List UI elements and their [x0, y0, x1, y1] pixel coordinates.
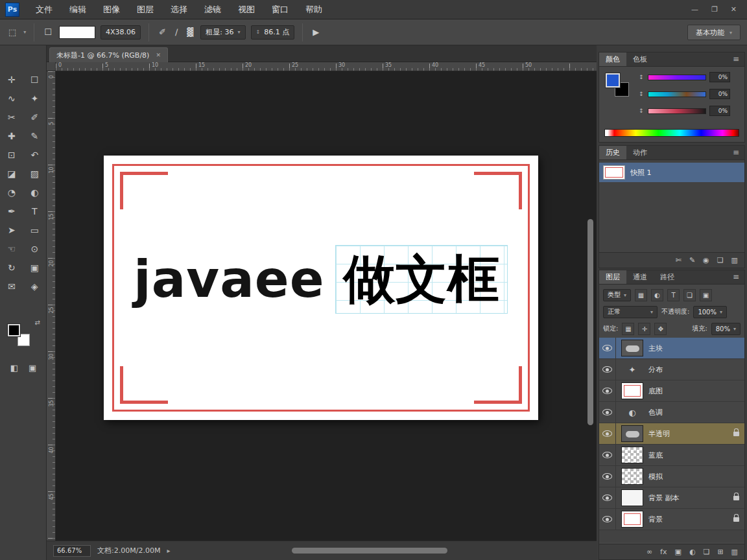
- color-slider-track[interactable]: [648, 91, 706, 97]
- menu-file[interactable]: 文件: [27, 0, 61, 19]
- tab-paths[interactable]: 路径: [654, 270, 681, 284]
- horizontal-ruler[interactable]: 0 5 10 15 20 25 30 35 40 45 50: [56, 62, 597, 71]
- tab-layers[interactable]: 图层: [599, 270, 626, 284]
- size-field[interactable]: 4X38.06: [101, 25, 141, 40]
- tab-channels[interactable]: 通道: [626, 270, 654, 284]
- opacity-field[interactable]: 100% ▾: [693, 306, 727, 318]
- minimize-icon[interactable]: —: [691, 5, 698, 14]
- visibility-cell[interactable]: [599, 509, 616, 530]
- visibility-cell[interactable]: [599, 402, 616, 423]
- horizontal-scrollbar-thumb[interactable]: [292, 548, 447, 554]
- tool-preset-preview[interactable]: [59, 26, 95, 39]
- gradient-tool[interactable]: ▨: [23, 164, 47, 183]
- close-icon[interactable]: ✕: [731, 5, 737, 14]
- layer-thumbnail[interactable]: [621, 425, 643, 442]
- layer-thumbnail[interactable]: [621, 468, 643, 485]
- layer-thumbnail[interactable]: [621, 489, 643, 506]
- history-footer-icon[interactable]: ✄: [676, 256, 682, 264]
- menu-help[interactable]: 帮助: [297, 0, 331, 19]
- canvas-area[interactable]: 未标题-1 @ 66.7% (RGB/8) ✕ 0 5 10 15 20 25 …: [47, 45, 597, 560]
- menu-filter[interactable]: 滤镜: [196, 0, 230, 19]
- eyedropper-tool[interactable]: ✐: [23, 108, 47, 126]
- eraser-tool[interactable]: ◪: [0, 164, 23, 183]
- shape-tool[interactable]: ▭: [23, 220, 47, 239]
- value-stepper[interactable]: ↕ 86.1 点: [251, 25, 295, 40]
- visibility-cell[interactable]: [599, 380, 616, 401]
- layer-row[interactable]: 背景 副本: [599, 487, 744, 509]
- pen-tool[interactable]: ✒: [0, 202, 23, 220]
- layer-row[interactable]: 背景: [599, 509, 744, 530]
- visibility-cell[interactable]: [599, 487, 616, 508]
- edit-icon[interactable]: ✐: [157, 27, 168, 37]
- restore-icon[interactable]: ❐: [711, 5, 718, 14]
- quick-mask-icon[interactable]: ◧: [10, 363, 18, 373]
- commit-icon[interactable]: ▶: [311, 27, 321, 37]
- clone-stamp-tool[interactable]: ⊡: [0, 145, 23, 164]
- lasso-tool[interactable]: ∿: [0, 89, 23, 108]
- filter-pixel-layers-icon[interactable]: ▦: [635, 289, 647, 301]
- tab-color[interactable]: 颜色: [599, 52, 626, 66]
- color-slider-track[interactable]: [648, 108, 706, 114]
- layer-thumbnail[interactable]: [621, 447, 643, 463]
- layer-thumbnail[interactable]: [621, 382, 643, 399]
- foreground-color-swatch[interactable]: [8, 324, 20, 336]
- dodge-tool[interactable]: ◐: [23, 183, 47, 202]
- healing-brush-tool[interactable]: ✚: [0, 126, 23, 145]
- menu-edit[interactable]: 编辑: [61, 0, 95, 19]
- visibility-cell[interactable]: [599, 423, 616, 444]
- layer-group-icon[interactable]: ❏: [704, 548, 710, 556]
- layer-effects-icon[interactable]: fx: [660, 548, 667, 556]
- panel-menu-icon[interactable]: ≡: [728, 52, 744, 66]
- history-snapshot-row[interactable]: 快照 1: [599, 163, 744, 182]
- rotate-view-tool[interactable]: ↻: [0, 258, 23, 277]
- layer-row[interactable]: 主块: [599, 338, 744, 359]
- tab-actions[interactable]: 动作: [626, 146, 654, 159]
- magic-wand-tool[interactable]: ✦: [23, 89, 47, 108]
- fill-field[interactable]: 80% ▾: [711, 323, 741, 335]
- blur-tool[interactable]: ◔: [0, 183, 23, 202]
- blend-mode-dropdown[interactable]: 正常 ▾: [603, 306, 658, 318]
- color-spectrum-ramp[interactable]: [604, 129, 739, 137]
- delete-state-icon[interactable]: ▥: [731, 256, 738, 264]
- brush-tool[interactable]: ✎: [23, 126, 47, 145]
- lock-position-icon[interactable]: ✛: [638, 323, 650, 335]
- selection-mode-icon[interactable]: ☐: [42, 27, 54, 37]
- layer-thumbnail[interactable]: ◐: [621, 404, 643, 421]
- layer-mask-icon[interactable]: ▣: [674, 548, 681, 556]
- visibility-cell[interactable]: [599, 359, 616, 380]
- layer-row[interactable]: 半透明: [599, 423, 744, 445]
- screen-mode-icon[interactable]: ▣: [29, 363, 36, 373]
- panel-menu-icon[interactable]: ≡: [728, 270, 744, 284]
- layer-row[interactable]: 蓝底: [599, 445, 744, 466]
- document-canvas[interactable]: javaee 做文框: [104, 156, 538, 420]
- zoom-tool[interactable]: ⊙: [23, 239, 47, 258]
- layer-thumbnail[interactable]: [621, 511, 643, 528]
- marquee-tool[interactable]: ☐: [23, 70, 47, 89]
- notes-tool[interactable]: ✉: [0, 277, 23, 296]
- history-footer-icon[interactable]: ✎: [689, 256, 695, 264]
- lock-transparency-icon[interactable]: ▦: [622, 323, 634, 335]
- workspace-switcher[interactable]: 基本功能 ▾: [687, 25, 741, 40]
- move-tool[interactable]: ✛: [0, 70, 23, 89]
- menu-image[interactable]: 图像: [95, 0, 128, 19]
- foreground-color-swatch[interactable]: [606, 73, 620, 88]
- filter-type-layers-icon[interactable]: T: [667, 289, 680, 301]
- color-slider-value[interactable]: 0%: [709, 89, 730, 99]
- filter-smart-objects-icon[interactable]: ▣: [700, 289, 712, 301]
- status-expander-icon[interactable]: ▸: [167, 547, 170, 554]
- menu-view[interactable]: 视图: [230, 0, 263, 19]
- menu-layer[interactable]: 图层: [128, 0, 162, 19]
- tab-close-icon[interactable]: ✕: [156, 52, 161, 58]
- fill-pattern-icon[interactable]: ▓: [185, 27, 195, 37]
- new-layer-icon[interactable]: ⊞: [717, 548, 723, 556]
- lock-all-icon[interactable]: ✥: [654, 323, 667, 335]
- layer-filter-dropdown[interactable]: 类型 ▾: [603, 289, 631, 301]
- tab-history[interactable]: 历史: [599, 146, 626, 159]
- slash-icon[interactable]: ∕: [173, 27, 180, 37]
- adjustment-layer-icon[interactable]: ◐: [689, 548, 696, 556]
- layer-row[interactable]: ✦ 分布: [599, 359, 744, 380]
- swap-colors-icon[interactable]: ⇄: [35, 319, 40, 326]
- menu-select[interactable]: 选择: [162, 0, 196, 19]
- sample-tool[interactable]: ◈: [23, 277, 47, 296]
- color-slider-value[interactable]: 0%: [709, 106, 730, 116]
